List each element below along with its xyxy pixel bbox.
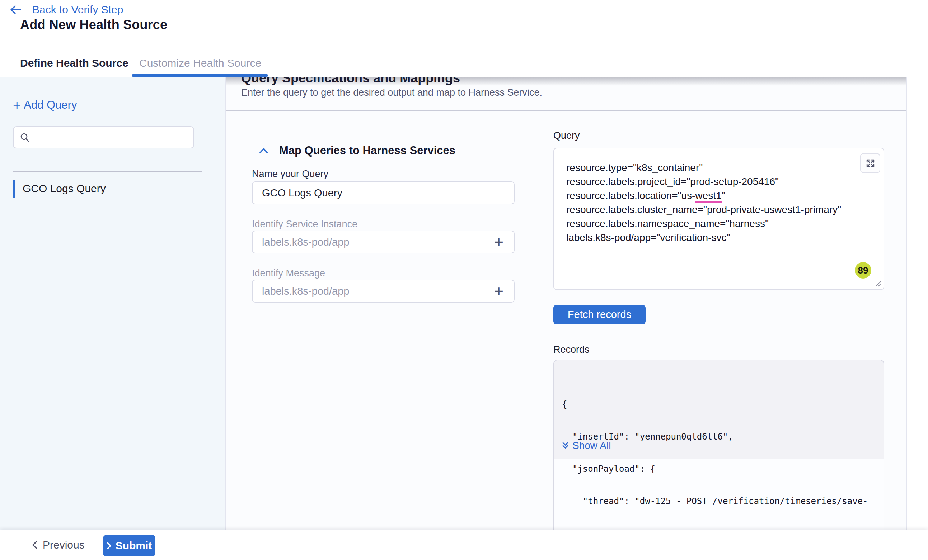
show-all-link[interactable]: Show All bbox=[562, 440, 611, 451]
service-instance-field: + bbox=[252, 231, 514, 254]
query-search-box bbox=[13, 126, 194, 148]
service-instance-input[interactable] bbox=[262, 233, 484, 251]
page-title: Add New Health Source bbox=[20, 17, 167, 32]
plus-icon: + bbox=[13, 100, 21, 110]
query-label: Query bbox=[553, 130, 580, 141]
query-line: resource.labels.project_id="prod-setup-2… bbox=[566, 175, 873, 189]
previous-label: Previous bbox=[43, 539, 85, 551]
tab-customize-health-source[interactable]: Customize Health Source bbox=[139, 49, 261, 77]
resize-handle[interactable] bbox=[874, 280, 882, 289]
add-query-label: Add Query bbox=[24, 99, 77, 111]
text-score-badge[interactable]: 89 bbox=[855, 262, 871, 278]
records-label: Records bbox=[553, 344, 589, 355]
show-all-label: Show All bbox=[572, 440, 611, 451]
service-instance-add-button[interactable]: + bbox=[490, 232, 507, 252]
identify-message-field: + bbox=[252, 280, 514, 303]
identify-message-label: Identify Message bbox=[252, 268, 325, 279]
section-title: Query Specifications and Mappings bbox=[241, 77, 460, 86]
section-divider bbox=[226, 110, 906, 111]
back-to-verify-step-link[interactable]: Back to Verify Step bbox=[9, 4, 123, 16]
submit-button[interactable]: Submit bbox=[103, 535, 156, 556]
chevron-left-icon bbox=[32, 541, 38, 549]
footer-bar: Previous Submit bbox=[0, 530, 928, 560]
plus-icon: + bbox=[494, 233, 504, 251]
query-code: resource.type="k8s_container" resource.l… bbox=[566, 161, 873, 245]
query-search-input[interactable] bbox=[34, 128, 189, 146]
chevron-up-icon bbox=[259, 148, 269, 154]
tab-define-health-source[interactable]: Define Health Source bbox=[20, 49, 128, 77]
search-icon bbox=[20, 132, 30, 143]
selected-indicator bbox=[13, 180, 15, 198]
sidebar-item-gco-logs-query[interactable]: GCO Logs Query bbox=[13, 179, 207, 198]
identify-service-instance-label: Identify Service Instance bbox=[252, 219, 357, 230]
query-line: labels.k8s-pod/app="verification-svc" bbox=[566, 231, 873, 245]
query-sidebar: + Add Query GCO Logs Query bbox=[0, 77, 225, 560]
query-line: resource.labels.cluster_name="prod-priva… bbox=[566, 202, 873, 216]
plus-icon: + bbox=[494, 282, 504, 300]
query-line: resource.labels.namespace_name="harness" bbox=[566, 216, 873, 231]
map-queries-heading[interactable]: Map Queries to Harness Services bbox=[259, 144, 455, 157]
query-name-field bbox=[252, 181, 514, 204]
app-window: + Add Query GCO Logs Query Query Specifi… bbox=[0, 0, 928, 560]
identify-message-input[interactable] bbox=[262, 282, 484, 300]
name-your-query-label: Name your Query bbox=[252, 169, 328, 180]
expand-query-button[interactable] bbox=[860, 153, 880, 173]
map-queries-heading-label: Map Queries to Harness Services bbox=[279, 144, 455, 157]
active-tab-indicator bbox=[132, 74, 268, 77]
chevron-right-icon bbox=[107, 541, 112, 550]
query-item-label: GCO Logs Query bbox=[23, 183, 106, 195]
previous-button[interactable]: Previous bbox=[32, 536, 85, 554]
query-name-input[interactable] bbox=[262, 184, 484, 202]
query-editor[interactable]: resource.type="k8s_container" resource.l… bbox=[553, 148, 884, 290]
back-link-label: Back to Verify Step bbox=[32, 4, 123, 16]
sidebar-divider bbox=[13, 171, 201, 172]
page-header: Back to Verify Step Add New Health Sourc… bbox=[0, 0, 928, 49]
double-chevron-down-icon bbox=[562, 442, 569, 450]
identify-message-add-button[interactable]: + bbox=[490, 281, 507, 301]
section-subtitle: Enter the query to get the desired outpu… bbox=[241, 87, 542, 98]
expand-icon bbox=[865, 158, 875, 168]
query-specifications-panel: Query Specifications and Mappings Enter … bbox=[225, 77, 907, 560]
spellcheck-underline: west1 bbox=[695, 190, 721, 203]
add-query-button[interactable]: + Add Query bbox=[13, 99, 77, 111]
arrow-left-icon bbox=[9, 4, 21, 15]
submit-label: Submit bbox=[116, 540, 152, 552]
query-line: resource.type="k8s_container" bbox=[566, 161, 873, 175]
tab-bar: Define Health Source Customize Health So… bbox=[0, 49, 928, 77]
query-line: resource.labels.location="us-west1" bbox=[566, 189, 873, 202]
record-card[interactable]: { "insertId": "yennepun0qtd6ll6", "jsonP… bbox=[554, 360, 884, 458]
fetch-records-button[interactable]: Fetch records bbox=[553, 305, 646, 324]
